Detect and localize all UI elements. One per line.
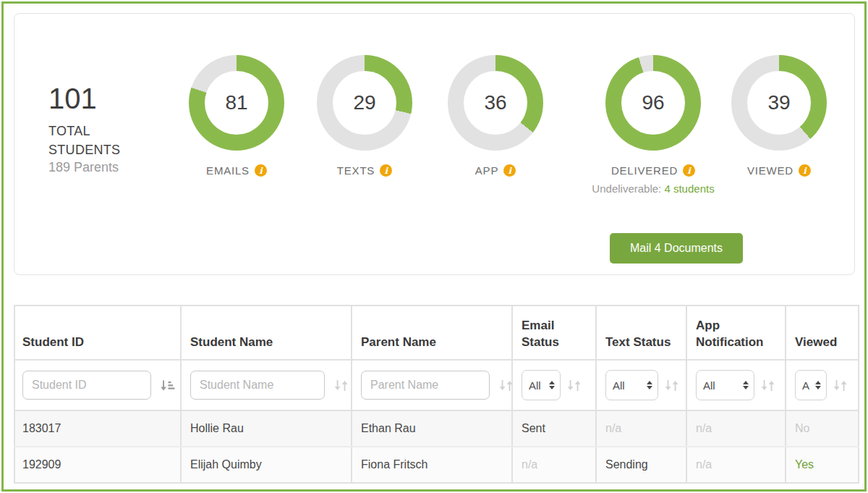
students-table: Student ID Student Name Parent Name Emai… — [14, 305, 859, 484]
header-student-id: Student ID — [14, 306, 181, 360]
undeliverable-note: Undeliverable: 4 students — [591, 180, 715, 198]
viewed-donut-group: 39 VIEWED i — [699, 55, 859, 177]
email-status-filter-select[interactable]: All — [522, 370, 561, 400]
texts-info-icon[interactable]: i — [380, 164, 392, 177]
parent-name-sort-icon[interactable] — [498, 379, 514, 392]
undeliverable-note-prefix: Undeliverable: — [592, 182, 661, 195]
delivered-info-icon[interactable]: i — [683, 164, 695, 177]
cell-text-status: Sending — [596, 447, 686, 483]
email-status-filter-value: All — [529, 379, 541, 392]
student-id-sort-amount-desc-icon[interactable] — [160, 379, 175, 392]
app-donut-chart: 36 — [448, 55, 543, 151]
table-header-row: Student ID Student Name Parent Name Emai… — [14, 306, 859, 360]
cell-parent-name: Ethan Rau — [352, 410, 512, 447]
cell-app-notification: n/a — [686, 410, 786, 447]
viewed-count: 39 — [767, 91, 790, 114]
parents-count: 189 Parents — [48, 160, 119, 175]
header-parent-name-label: Parent Name — [361, 335, 436, 349]
select-spinner-icon — [815, 381, 821, 389]
header-email-status: Email Status — [512, 306, 596, 360]
app-notification-filter-value: All — [703, 379, 715, 392]
app-notification-sort-icon[interactable] — [760, 379, 775, 392]
emails-donut-chart: 81 — [189, 55, 284, 151]
viewed-info-icon[interactable]: i — [799, 164, 811, 177]
texts-donut-chart: 29 — [317, 55, 412, 151]
cell-app-notification: n/a — [686, 447, 786, 483]
cell-student-id: 183017 — [14, 410, 181, 447]
cell-viewed: No — [786, 410, 859, 447]
email-status-sort-icon[interactable] — [566, 379, 582, 392]
header-student-name: Student Name — [181, 306, 352, 360]
texts-label: TEXTS — [337, 164, 375, 177]
header-text-status: Text Status — [596, 306, 686, 360]
cell-student-name: Elijah Quimby — [181, 447, 352, 483]
emails-count: 81 — [225, 91, 247, 114]
app-count: 36 — [484, 91, 506, 114]
select-spinner-icon — [647, 381, 652, 389]
viewed-label: VIEWED — [747, 164, 793, 177]
header-app-notification-label: App Notification — [696, 319, 764, 349]
header-student-id-label: Student ID — [22, 335, 84, 349]
cell-email-status: n/a — [512, 447, 596, 483]
header-parent-name: Parent Name — [352, 306, 512, 360]
select-spinner-icon — [743, 381, 749, 389]
summary-panel: 101 TOTAL STUDENTS 189 Parents 81 EMAILS… — [14, 13, 855, 275]
total-students-label: TOTAL STUDENTS — [48, 122, 129, 159]
cell-email-status: Sent — [512, 410, 596, 447]
header-student-name-label: Student Name — [190, 335, 273, 349]
total-students-value: 101 — [48, 80, 97, 117]
app-label: APP — [475, 164, 498, 177]
student-id-filter-input[interactable] — [22, 371, 151, 400]
viewed-filter-select[interactable]: A — [795, 370, 827, 400]
mail-documents-button[interactable]: Mail 4 Documents — [610, 233, 743, 264]
cell-viewed: Yes — [786, 447, 859, 483]
header-text-status-label: Text Status — [605, 335, 671, 349]
text-status-filter-value: All — [613, 379, 625, 392]
viewed-sort-icon[interactable] — [833, 379, 848, 392]
header-app-notification: App Notification — [686, 306, 786, 360]
app-info-icon[interactable]: i — [503, 164, 516, 177]
text-status-sort-icon[interactable] — [664, 379, 679, 392]
delivered-count: 96 — [642, 91, 664, 114]
undeliverable-students-link[interactable]: 4 students — [664, 182, 714, 195]
cell-student-name: Hollie Rau — [181, 410, 352, 447]
viewed-filter-value: A — [802, 379, 809, 392]
text-status-filter-select[interactable]: All — [605, 370, 658, 400]
delivered-donut-chart: 96 — [605, 55, 701, 151]
student-name-filter-input[interactable] — [190, 371, 325, 400]
table-row: 192909 Elijah Quimby Fiona Fritsch n/a S… — [14, 447, 859, 483]
cell-text-status: n/a — [596, 410, 686, 447]
table-row: 183017 Hollie Rau Ethan Rau Sent n/a n/a… — [14, 410, 859, 447]
header-viewed-label: Viewed — [795, 335, 837, 349]
header-viewed: Viewed — [786, 306, 859, 360]
select-spinner-icon — [549, 381, 555, 389]
texts-count: 29 — [353, 91, 375, 114]
header-email-status-label: Email Status — [522, 319, 559, 349]
table-filter-row: All All All — [14, 360, 859, 410]
student-name-sort-icon[interactable] — [333, 379, 349, 392]
app-donut-group: 36 APP i — [416, 55, 575, 177]
app-notification-filter-select[interactable]: All — [696, 370, 754, 400]
emails-info-icon[interactable]: i — [255, 164, 267, 177]
delivered-label: DELIVERED — [611, 164, 678, 177]
parent-name-filter-input[interactable] — [361, 371, 490, 400]
cell-parent-name: Fiona Fritsch — [352, 447, 512, 483]
viewed-donut-chart: 39 — [731, 55, 827, 151]
cell-student-id: 192909 — [14, 447, 181, 483]
emails-label: EMAILS — [206, 164, 250, 177]
